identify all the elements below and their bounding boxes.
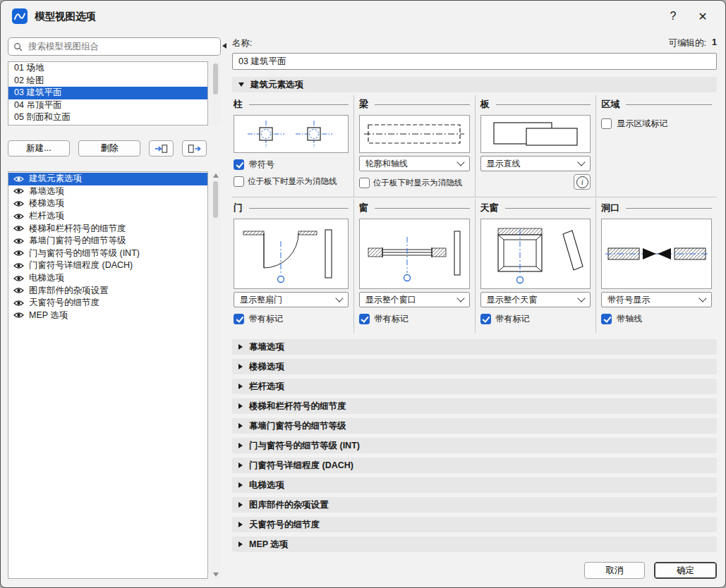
eye-icon[interactable] — [13, 176, 24, 183]
name-row: 名称: 可编辑的: 1 — [232, 37, 717, 49]
section-elevator[interactable]: 电梯选项 — [232, 477, 717, 493]
section-building-elements[interactable]: 建筑元素选项 — [232, 77, 717, 92]
options-item[interactable]: 电梯选项 — [8, 272, 207, 285]
scroll-down-icon[interactable] — [213, 572, 219, 577]
options-item-label: 幕墙选项 — [29, 185, 64, 197]
eye-icon[interactable] — [13, 262, 24, 269]
options-item[interactable]: 楼梯和栏杆符号的细节度 — [8, 222, 207, 235]
section-skylight-symbol-detail[interactable]: 天窗符号的细节度 — [232, 517, 717, 532]
zone-stamp-checkbox[interactable]: 显示区域标记 — [601, 115, 712, 132]
scrollbar-thumb[interactable] — [213, 181, 218, 218]
combination-item[interactable]: 01 场地 — [8, 62, 207, 75]
chevron-right-icon — [238, 522, 243, 527]
options-item[interactable]: 幕墙门窗符号的细节等级 — [8, 235, 207, 247]
options-item[interactable]: MEP 选项 — [8, 310, 207, 322]
section-label: 楼梯选项 — [249, 361, 284, 373]
section-door-window-detail-dach[interactable]: 门窗符号详细程度 (DACH) — [232, 458, 717, 473]
cancel-button[interactable]: 取消 — [584, 562, 645, 579]
options-item[interactable]: 图库部件的杂项设置 — [8, 284, 207, 297]
collapse-sidebar-icon[interactable] — [222, 43, 226, 49]
section-curtain-wall-symbol-detail[interactable]: 幕墙门窗符号的细节等级 — [232, 418, 717, 434]
combination-item[interactable]: 05 剖面和立面 — [8, 111, 207, 124]
options-item-label: 楼梯和栏杆符号的细节度 — [29, 223, 126, 235]
options-item-label: 门窗符号详细程度 (DACH) — [29, 259, 133, 271]
search-input[interactable] — [27, 41, 215, 52]
combination-list[interactable]: 01 场地 02 绘图 03 建筑平面 04 吊顶平面 05 剖面和立面 — [8, 61, 208, 125]
window-marker-checkbox[interactable]: 带有标记 — [359, 310, 470, 327]
slab-display-select[interactable]: 显示直线 — [480, 156, 591, 171]
slab-group: 板 显示直线 — [475, 95, 596, 197]
eye-icon[interactable] — [13, 238, 24, 245]
close-icon[interactable]: ✕ — [691, 6, 714, 27]
options-item[interactable]: 门与窗符号的细节等级 (INT) — [8, 247, 207, 260]
eye-icon[interactable] — [13, 312, 24, 319]
options-item[interactable]: 门窗符号详细程度 (DACH) — [8, 259, 207, 272]
skylight-symbol-preview — [480, 219, 591, 289]
options-item-label: 天窗符号的细节度 — [29, 297, 99, 309]
options-item[interactable]: 天窗符号的细节度 — [8, 297, 207, 310]
scrollbar-thumb[interactable] — [213, 63, 218, 94]
chevron-down-icon — [335, 294, 343, 302]
ok-button[interactable]: 确定 — [654, 562, 717, 579]
skylight-display-select[interactable]: 显示整个天窗 — [480, 292, 591, 307]
options-item[interactable]: 栏杆选项 — [8, 210, 207, 223]
search-box — [8, 37, 221, 56]
column-with-symbol-checkbox[interactable]: 带符号 — [234, 156, 349, 173]
eye-icon[interactable] — [13, 300, 24, 307]
combination-scrollbar[interactable] — [210, 61, 221, 125]
options-scrollbar[interactable] — [210, 171, 221, 579]
chevron-right-icon — [238, 344, 243, 350]
options-list[interactable]: 建筑元素选项 幕墙选项 楼梯选项 栏杆选项 — [8, 171, 208, 579]
combination-item[interactable]: 04 吊顶平面 — [8, 99, 207, 112]
door-marker-checkbox[interactable]: 带有标记 — [234, 310, 349, 327]
options-item[interactable]: 幕墙选项 — [8, 185, 207, 198]
section-door-window-detail-int[interactable]: 门与窗符号的细节等级 (INT) — [232, 438, 717, 453]
section-library-misc[interactable]: 图库部件的杂项设置 — [232, 497, 717, 513]
eye-icon[interactable] — [13, 200, 24, 207]
combination-name-input[interactable] — [232, 53, 717, 70]
zone-group: 区域 显示区域标记 — [595, 95, 717, 197]
door-display-select[interactable]: 显示整扇门 — [234, 292, 349, 307]
main-panel: 名称: 可编辑的: 1 建筑元素选项 柱 — [232, 37, 717, 579]
eye-icon[interactable] — [13, 213, 24, 220]
editable-info: 可编辑的: 1 — [669, 37, 717, 49]
select-value: 显示整扇门 — [240, 294, 282, 306]
section-mep[interactable]: MEP 选项 — [232, 537, 717, 552]
delete-button[interactable]: 删除 — [78, 140, 140, 157]
select-value: 轮廓和轴线 — [365, 158, 408, 170]
dialog-title: 模型视图选项 — [35, 10, 655, 23]
import-settings-button[interactable] — [149, 140, 174, 157]
opening-display-select[interactable]: 带符号显示 — [601, 292, 712, 307]
column-under-slab-checkbox[interactable]: 位于板下时显示为消隐线 — [234, 173, 349, 190]
skylight-marker-checkbox[interactable]: 带有标记 — [480, 310, 591, 327]
info-button[interactable] — [574, 174, 591, 190]
section-curtain-wall[interactable]: 幕墙选项 — [232, 339, 717, 355]
eye-icon[interactable] — [13, 275, 24, 282]
new-button[interactable]: 新建... — [8, 140, 70, 157]
info-icon — [576, 176, 588, 188]
eye-icon[interactable] — [13, 250, 24, 257]
column-symbol-preview — [234, 115, 349, 153]
section-railing[interactable]: 栏杆选项 — [232, 379, 717, 394]
section-label: 幕墙门窗符号的细节等级 — [249, 420, 346, 432]
opening-axis-checkbox[interactable]: 带轴线 — [601, 310, 712, 327]
eye-icon[interactable] — [13, 188, 24, 195]
skylight-title: 天窗 — [480, 202, 499, 214]
help-icon[interactable]: ? — [662, 6, 684, 27]
section-stair[interactable]: 楼梯选项 — [232, 359, 717, 374]
export-settings-button[interactable] — [182, 140, 207, 157]
eye-icon[interactable] — [13, 225, 24, 232]
title-rule — [496, 104, 591, 105]
options-item[interactable]: 楼梯选项 — [8, 197, 207, 210]
combination-item[interactable]: 02 绘图 — [8, 75, 207, 87]
section-label: 幕墙选项 — [249, 341, 284, 353]
window-display-select[interactable]: 显示整个窗口 — [359, 292, 470, 307]
scroll-up-icon[interactable] — [213, 173, 219, 178]
beam-display-select[interactable]: 轮廓和轴线 — [359, 156, 470, 171]
eye-icon[interactable] — [13, 287, 24, 294]
beam-under-slab-checkbox[interactable]: 位于板下时显示为消隐线 — [359, 174, 470, 191]
section-stair-railing-symbol-detail[interactable]: 楼梯和栏杆符号的细节度 — [232, 398, 717, 414]
opening-group: 洞口 带符号显示 — [595, 199, 717, 333]
combination-item-selected[interactable]: 03 建筑平面 — [8, 87, 207, 99]
options-item-selected[interactable]: 建筑元素选项 — [8, 173, 207, 185]
